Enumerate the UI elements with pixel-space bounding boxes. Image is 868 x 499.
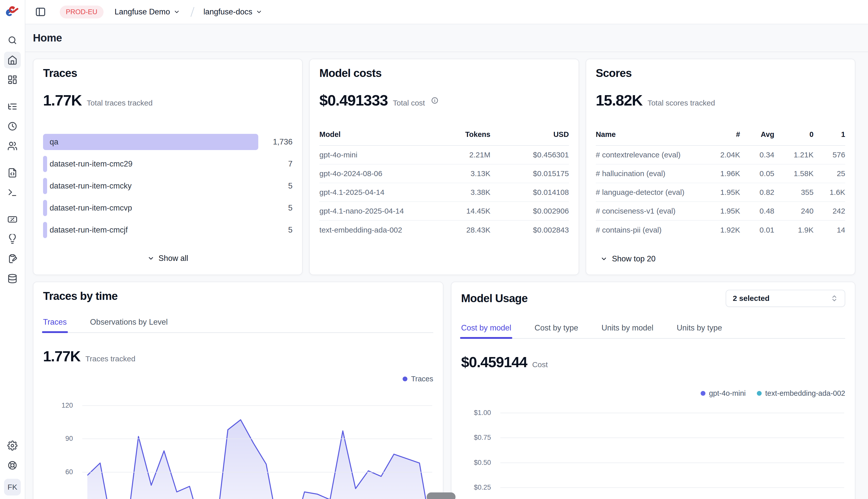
sidebar-item-datasets[interactable]	[4, 270, 21, 287]
card-title: Model Usage	[461, 292, 528, 305]
sidebar-item-search[interactable]	[4, 32, 21, 49]
table-row: # contains-pii (eval) 1.92K 0.01 1.9K 14	[596, 221, 845, 239]
page-title: Home	[33, 32, 62, 44]
trace-bar-row[interactable]: dataset-run-item-cmcvp 5	[43, 197, 293, 219]
legend-dot	[701, 391, 705, 396]
model-usd: $0.014108	[490, 188, 569, 197]
trace-bar-row[interactable]: dataset-run-item-cmcky 5	[43, 175, 293, 197]
tab-traces[interactable]: Traces	[43, 318, 67, 332]
user-avatar[interactable]: FK	[4, 479, 21, 496]
score-avg: 0.01	[740, 226, 774, 234]
tab-units-by-model[interactable]: Units by model	[602, 324, 653, 338]
sidebar-item-home[interactable]	[4, 52, 21, 68]
score-name: # hallucination (eval)	[596, 169, 702, 178]
table-header: Model Tokens USD	[319, 130, 569, 146]
card-title: Traces	[43, 67, 293, 80]
score-name: # language-detector (eval)	[596, 188, 702, 197]
org-name: Langfuse Demo	[115, 7, 170, 16]
score-one: 1.6K	[813, 188, 845, 197]
sidebar-item-insights[interactable]	[4, 231, 21, 247]
y-axis-tick-label: $0.25	[461, 483, 491, 491]
score-zero: 1.58K	[774, 169, 813, 178]
usage-cost-label: Cost	[532, 360, 548, 369]
score-count: 1.95K	[702, 188, 740, 197]
legend-label: text-embedding-ada-002	[765, 389, 845, 398]
score-avg: 0.34	[740, 150, 774, 159]
trace-name: dataset-run-item-cmcjf	[50, 226, 128, 234]
trace-count: 1,736	[258, 137, 293, 146]
model-costs-card: Model costs $0.491333 Total cost Model T…	[309, 59, 579, 275]
score-avg: 0.05	[740, 169, 774, 178]
sidebar-item-support[interactable]	[4, 457, 21, 474]
tab-cost-by-type[interactable]: Cost by type	[535, 324, 578, 338]
content: Traces 1.77K Total traces tracked qa 1,7…	[25, 52, 868, 499]
model-name: gpt-4.1-2025-04-14	[319, 188, 409, 197]
trace-bar-row[interactable]: dataset-run-item-cmcjf 5	[43, 219, 293, 241]
legend-dot	[757, 391, 762, 396]
sidebar-item-playground[interactable]	[4, 184, 21, 201]
tab-cost-by-model[interactable]: Cost by model	[461, 324, 511, 338]
trace-bar-row[interactable]: dataset-run-item-cmc29 7	[43, 153, 293, 175]
sidebar-item-prompts[interactable]	[4, 165, 21, 181]
chart-gridline	[500, 438, 844, 438]
trace-bar	[43, 178, 47, 194]
score-one: 576	[813, 150, 845, 159]
sidebar-item-tracing[interactable]	[4, 98, 21, 115]
traces-area-chart: 120906030	[43, 400, 433, 499]
table-row: # contextrelevance (eval) 2.04K 0.34 1.2…	[596, 146, 845, 165]
model-usage-line-chart: $1.00$0.75$0.50$0.25	[461, 403, 845, 499]
layout-dashboard-icon	[7, 75, 17, 85]
score-one: 25	[813, 169, 845, 178]
traces-total-label: Total traces tracked	[87, 99, 153, 107]
show-top-20-button[interactable]: Show top 20	[601, 254, 656, 264]
environment-badge: PROD-EU	[60, 5, 104, 19]
info-icon[interactable]	[431, 97, 439, 104]
show-all-button[interactable]: Show all	[33, 254, 302, 263]
database-icon	[7, 273, 17, 284]
model-name: text-embedding-ada-002	[319, 226, 409, 234]
y-axis-tick-label: 120	[43, 401, 73, 409]
trace-name: dataset-run-item-cmcvp	[50, 204, 132, 212]
project-selector[interactable]: langfuse-docs	[203, 7, 262, 16]
life-buoy-icon	[7, 460, 17, 471]
model-tokens: 14.45K	[409, 207, 490, 215]
sidebar-item-settings[interactable]	[4, 437, 21, 454]
trace-count: 5	[258, 226, 293, 234]
table-row: gpt-4o-mini 2.21M $0.456301	[319, 146, 569, 165]
sidebar-item-evaluators[interactable]	[4, 211, 21, 228]
sidebar-item-annotations[interactable]	[4, 251, 21, 267]
sidebar-item-sessions[interactable]	[4, 118, 21, 135]
trace-bar-row[interactable]: qa 1,736	[43, 131, 293, 153]
scores-card: Scores 15.82K Total scores tracked Name …	[586, 59, 855, 275]
sidebar-item-users[interactable]	[4, 138, 21, 154]
sidebar-item-dashboards[interactable]	[4, 71, 21, 88]
score-avg: 0.48	[740, 207, 774, 215]
chart-legend: Traces	[43, 375, 433, 383]
legend-item: Traces	[403, 375, 433, 383]
sidebar-toggle-button[interactable]	[35, 6, 46, 17]
table-row: gpt-4.1-nano-2025-04-14 14.45K $0.002906	[319, 202, 569, 221]
score-name: # contextrelevance (eval)	[596, 150, 702, 159]
users-icon	[7, 141, 17, 151]
total-cost-label: Total cost	[393, 99, 425, 107]
model-tokens: 2.21M	[409, 150, 490, 159]
horizontal-scrollbar-thumb[interactable]	[427, 492, 455, 499]
legend-item: text-embedding-ada-002	[757, 389, 845, 398]
clock-icon	[7, 121, 17, 131]
model-name: gpt-4o-mini	[319, 150, 409, 159]
trace-bar	[43, 134, 258, 150]
sidebar: FK	[0, 0, 25, 499]
table-row: # conciseness-v1 (eval) 1.95K 0.48 240 2…	[596, 202, 845, 221]
card-title: Scores	[596, 67, 845, 80]
scores-table: # contextrelevance (eval) 2.04K 0.34 1.2…	[596, 146, 845, 239]
file-code-icon	[7, 168, 17, 178]
table-row: text-embedding-ada-002 28.43K $0.002843	[319, 221, 569, 239]
area-chart-plot	[87, 400, 432, 499]
legend-label: Traces	[411, 375, 433, 383]
tab-observations-by-level[interactable]: Observations by Level	[90, 318, 168, 332]
trace-bar	[43, 156, 47, 172]
model-select[interactable]: 2 selected	[726, 290, 845, 307]
page-header: Home	[25, 24, 868, 52]
tab-units-by-type[interactable]: Units by type	[677, 324, 722, 338]
org-selector[interactable]: Langfuse Demo	[115, 7, 180, 16]
